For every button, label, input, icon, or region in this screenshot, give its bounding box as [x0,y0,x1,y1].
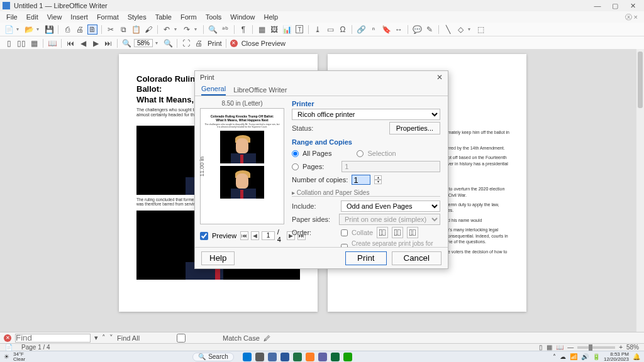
copies-spinner[interactable]: ▴▾ [374,175,382,184]
menu-file[interactable]: File [3,13,21,21]
all-pages-radio[interactable] [292,150,299,157]
close-find-icon[interactable]: ✕ [4,334,11,342]
save-icon[interactable]: 💾 [44,25,54,35]
weather-icon[interactable]: ☀ [4,353,9,360]
minimize-button[interactable]: — [589,2,606,9]
tab-writer[interactable]: LibreOffice Writer [233,86,287,96]
collate-icon-3[interactable]: ⿲ [407,227,418,238]
find-all-button[interactable]: Find All [117,334,140,342]
tray-wifi-icon[interactable]: 📶 [570,353,577,360]
close-window-button[interactable]: ✕ [624,2,641,10]
maximize-button[interactable]: ▢ [606,2,624,10]
comment-icon[interactable]: 💬 [412,25,422,35]
spellcheck-icon[interactable]: ᵃᵇ [220,25,230,35]
prev-page-icon[interactable]: ◀ [78,38,88,48]
find-replace-icon[interactable]: 🔍 [208,25,218,35]
tab-general[interactable]: General [201,85,226,96]
next-page-icon[interactable]: ▶ [91,38,101,48]
preview-checkbox[interactable] [200,232,208,240]
include-select[interactable]: Odd and Even Pages [341,200,440,212]
paste-icon[interactable]: 📋 [131,25,141,35]
weather-widget[interactable]: 34°FClear [13,352,25,362]
preview-prev-icon[interactable]: ◀ [251,231,259,240]
find-next-icon[interactable]: ˅ [109,334,113,342]
cancel-button[interactable]: Cancel [392,251,442,265]
app-icon-1[interactable] [268,353,277,361]
help-button[interactable]: Help [201,251,235,265]
collate-icon-1[interactable]: ⿲ [377,227,388,238]
print-label[interactable]: Print [208,40,222,47]
zoom-slider[interactable] [577,346,615,349]
selection-radio[interactable] [357,150,364,157]
teams-icon[interactable] [318,353,327,361]
properties-button[interactable]: Properties... [389,122,440,134]
two-pages-icon[interactable]: ▯▯ [16,38,26,48]
zoom-in-icon[interactable]: 🔍 [163,38,173,48]
print-icon[interactable]: 🖨 [75,25,85,35]
pages-radio[interactable] [292,163,299,170]
tray-volume-icon[interactable]: 🔊 [581,353,589,360]
print-doc-icon[interactable]: 🖨 [194,38,204,48]
cut-icon[interactable]: ✂ [106,25,116,35]
close-preview-icon[interactable]: ✕ [230,40,238,47]
first-page-icon[interactable]: ⏮ [65,38,75,48]
vertical-scrollbar[interactable] [636,49,644,332]
app-icon-2[interactable] [280,353,289,361]
last-page-icon[interactable]: ⏭ [103,38,113,48]
firefox-icon[interactable] [306,353,314,361]
preview-page-input[interactable]: 1 [262,231,274,240]
notifications-icon[interactable]: 🔔 [633,353,640,360]
insert-chart-icon[interactable]: 📊 [282,25,292,35]
menu-edit[interactable]: Edit [23,13,42,21]
zoom-out-icon[interactable]: 🔍 [121,38,131,48]
cross-ref-icon[interactable]: ↔ [394,25,404,35]
app-icon-3[interactable] [293,353,302,361]
print-button[interactable]: Print [345,251,386,265]
collate-icon-2[interactable]: ⿲ [392,227,403,238]
draw-functions-icon[interactable]: ⬚ [475,25,486,35]
libreoffice-icon[interactable] [343,353,352,361]
pages-input[interactable] [341,161,440,172]
special-char-icon[interactable]: Ω [338,25,348,35]
view-multi-icon[interactable]: ▦ [547,344,552,351]
find-prev-icon[interactable]: ˄ [102,334,106,342]
zoom-percent[interactable]: 58% [626,344,639,351]
insert-textbox-icon[interactable]: 🅃 [294,25,304,35]
book-view-icon[interactable]: 📖 [47,38,57,48]
open-icon[interactable]: 📂 [24,25,34,35]
menu-form[interactable]: Form [177,13,201,21]
insert-image-icon[interactable]: 🖼 [269,25,279,35]
line-icon[interactable]: ╲ [443,25,453,35]
menu-view[interactable]: View [43,13,66,21]
field-icon[interactable]: ▭ [325,25,335,35]
zoom-minus-icon[interactable]: — [567,344,574,351]
collate-checkbox[interactable] [341,229,348,236]
menu-window[interactable]: Window [226,13,258,21]
zoom-plus-icon[interactable]: + [619,344,623,351]
taskview-icon[interactable] [255,353,264,361]
footnote-icon[interactable]: ⁿ [369,25,379,35]
close-doc-icon[interactable]: ⓧ × [621,13,641,22]
menu-styles[interactable]: Styles [124,13,150,21]
find-options-icon[interactable]: 🖉 [264,334,270,342]
full-screen-icon[interactable]: ⛶ [181,38,191,48]
view-book-icon[interactable]: 📖 [556,344,564,351]
new-doc-icon[interactable]: 📄 [4,25,14,35]
copy-icon[interactable]: ⧉ [118,25,128,35]
start-icon[interactable] [243,353,252,361]
close-preview-button[interactable]: Close Preview [242,40,286,47]
excel-icon[interactable] [331,353,340,361]
tray-cloud-icon[interactable]: ☁ [560,353,566,360]
formatting-marks-icon[interactable]: ¶ [238,25,248,35]
printer-select[interactable]: Ricoh office printer [292,109,440,120]
tray-chevron-icon[interactable]: ˄ [553,353,556,360]
view-single-icon[interactable]: ▯ [539,344,543,351]
bookmark-icon[interactable]: 🔖 [381,25,391,35]
insert-table-icon[interactable]: ▦ [257,25,267,35]
single-page-icon[interactable]: ▯ [4,38,14,48]
collation-expander[interactable]: Collation and Paper Sides [297,189,370,196]
menu-help[interactable]: Help [260,13,282,21]
hyperlink-icon[interactable]: 🔗 [356,25,366,35]
track-changes-icon[interactable]: ✎ [425,25,435,35]
menu-tools[interactable]: Tools [202,13,226,21]
